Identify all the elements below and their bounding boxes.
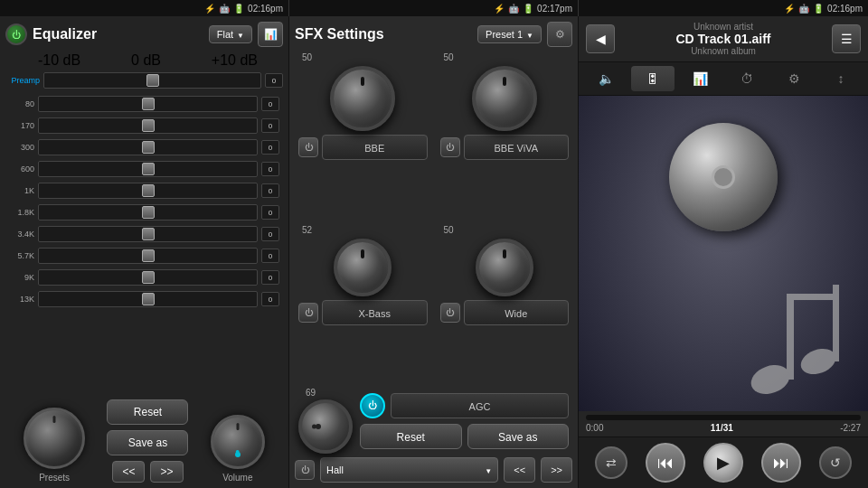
sfx-knob-label-xbass: 52 [302,225,312,235]
preamp-thumb[interactable] [146,74,159,87]
sfx-effect-btn-bbeviva[interactable]: BBE ViVA [464,135,570,160]
band-slider-170[interactable] [38,117,258,134]
usb-icon-1: ⚡ [204,4,215,14]
sfx-power-wide[interactable] [440,303,460,323]
band-slider-600[interactable] [38,161,258,177]
sfx-agc-knob[interactable] [298,399,353,454]
sfx-saveas-button[interactable]: Save as [467,424,570,449]
eq-stats-button[interactable]: 📊 [258,22,283,47]
band-thumb-9k[interactable] [142,271,155,284]
equalizer-panel: Equalizer Flat 📊 -10 dB 0 dB +10 dB Prea… [0,16,289,488]
band-thumb-18k[interactable] [142,206,155,219]
sfx-agc-label: 69 [306,388,316,398]
eq-preset-dropdown[interactable]: Flat [209,25,252,43]
shuffle-button[interactable]: ⇄ [595,446,627,479]
power-icon-wide [446,308,454,317]
eq-power-button[interactable] [5,23,27,45]
volume-knob[interactable] [211,415,265,469]
sfx-reset-button[interactable]: Reset [360,424,462,449]
sfx-preset-dropdown[interactable]: Preset 1 [477,25,542,43]
tab-arrow[interactable]: ↕ [819,66,863,91]
band-slider-80[interactable] [38,96,258,112]
repeat-button[interactable]: ↺ [819,446,852,479]
eq-next-button[interactable]: >> [150,461,183,483]
band-thumb-57k[interactable] [142,249,155,262]
sfx-settings-icon: ⚙ [555,28,565,41]
preamp-row: Preamp 0 [5,70,283,90]
sfx-hall-dropdown[interactable]: Hall [320,457,498,483]
progress-bar[interactable] [586,415,861,420]
tab-stats[interactable]: 📊 [678,66,722,91]
tab-speaker[interactable]: 🔈 [584,66,627,91]
tab-eq[interactable]: 🎛 [631,66,675,91]
sfx-agc-btn[interactable]: AGC [391,393,569,418]
sfx-chevron-icon [526,29,533,40]
sfx-hall-power-button[interactable] [295,460,315,480]
sfx-knob-wide[interactable] [476,239,533,296]
back-icon [596,32,606,46]
band-thumb-170[interactable] [142,119,155,132]
sfx-knob-bbe[interactable] [330,66,395,131]
eq-saveas-button[interactable]: Save as [107,430,188,455]
play-button[interactable]: ▶ [703,443,743,483]
sfx-power-bbeviva[interactable] [440,137,460,157]
status-segment-2: ⚡ 🤖 🔋 02:17pm [289,0,579,16]
next-track-button[interactable]: ⏭ [761,443,801,483]
band-thumb-80[interactable] [142,98,155,110]
band-value-170: 0 [261,118,279,133]
sfx-hall-label: Hall [326,465,344,475]
band-thumb-13k[interactable] [142,293,155,305]
band-slider-9k[interactable] [38,269,258,286]
player-artist: Unknown artist [620,22,826,32]
band-value-57k: 0 [261,249,279,263]
freq-label-1k: 1K [5,186,34,195]
eq-band-300: 300 0 [5,137,279,157]
sfx-knob-label-bbeviva: 50 [444,52,454,62]
player-menu-button[interactable] [832,24,861,53]
sfx-cell-xbass: 52 X-Bass [295,225,431,385]
stats-tab-icon: 📊 [693,71,708,86]
stats-icon: 📊 [264,28,278,41]
tab-settings[interactable]: ⚙ [772,66,816,91]
band-slider-1k[interactable] [38,183,258,199]
eq-prev-button[interactable]: << [112,461,145,483]
player-back-button[interactable] [586,24,615,53]
band-slider-18k[interactable] [38,204,258,221]
band-thumb-600[interactable] [142,163,155,175]
band-thumb-300[interactable] [142,141,155,154]
status-segment-3: ⚡ 🤖 🔋 02:16pm [579,0,868,16]
band-value-80: 0 [261,97,279,111]
sfx-next-button[interactable]: >> [541,457,572,483]
tab-clock[interactable]: ⏱ [725,66,769,91]
sfx-effect-btn-bbe[interactable]: BBE [322,135,428,160]
sfx-power-xbass[interactable] [298,303,318,323]
sfx-knob-bbeviva[interactable] [472,66,537,131]
sfx-prev-button[interactable]: << [504,457,535,483]
sfx-power-bbe[interactable] [298,137,318,157]
band-slider-34k[interactable] [38,226,258,242]
sfx-knob-xbass[interactable] [334,239,392,296]
sfx-settings-button[interactable]: ⚙ [547,22,572,47]
sfx-agc-power-button[interactable] [360,393,385,418]
band-slider-13k[interactable] [38,291,258,307]
band-value-18k: 0 [261,205,279,220]
band-thumb-34k[interactable] [142,228,155,240]
presets-knob[interactable] [24,408,85,469]
band-slider-300[interactable] [38,139,258,155]
band-thumb-1k[interactable] [142,184,155,197]
player-info: Unknown artist CD Track 01.aiff Unknown … [620,22,826,56]
eq-reset-button[interactable]: Reset [107,399,188,425]
freq-label-13k: 13K [5,295,34,304]
preamp-slider[interactable] [43,72,261,89]
sfx-header: SFX Settings Preset 1 ⚙ [295,22,572,47]
band-slider-57k[interactable] [38,248,258,264]
sfx-effect-btn-wide[interactable]: Wide [464,300,570,325]
settings-tab-icon: ⚙ [788,71,800,86]
prev-track-button[interactable]: ⏮ [646,443,685,483]
agc-power-icon [368,400,377,410]
volume-label: Volume [222,473,252,483]
menu-icon [841,32,853,46]
player-header: Unknown artist CD Track 01.aiff Unknown … [579,16,868,62]
sfx-effect-btn-xbass[interactable]: X-Bass [322,300,428,325]
band-value-1k: 0 [261,183,279,198]
